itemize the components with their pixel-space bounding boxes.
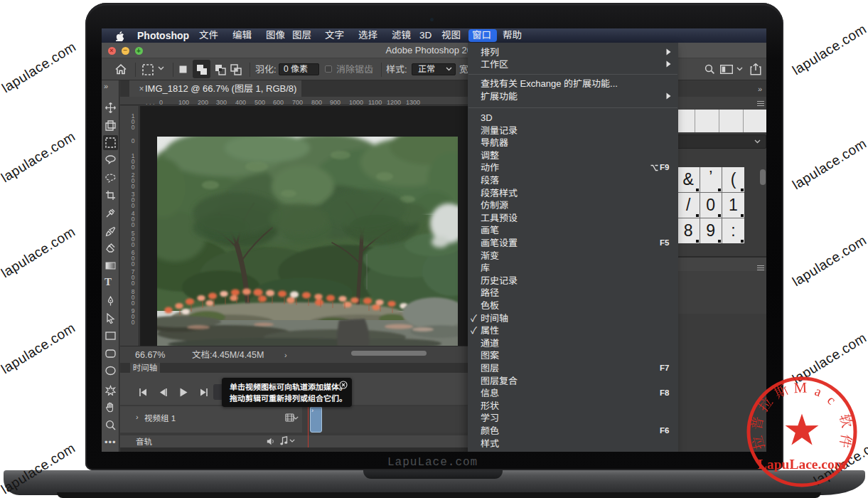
svg-text:件: 件 [836, 433, 857, 450]
svg-text:M: M [793, 376, 808, 398]
svg-text:c: c [824, 390, 842, 408]
svg-text:a: a [813, 380, 825, 400]
svg-text:普: 普 [746, 415, 767, 432]
svg-text:斯: 斯 [771, 378, 791, 402]
svg-text:LapuLace.com: LapuLace.com [758, 457, 846, 472]
svg-text:拉: 拉 [753, 393, 776, 415]
